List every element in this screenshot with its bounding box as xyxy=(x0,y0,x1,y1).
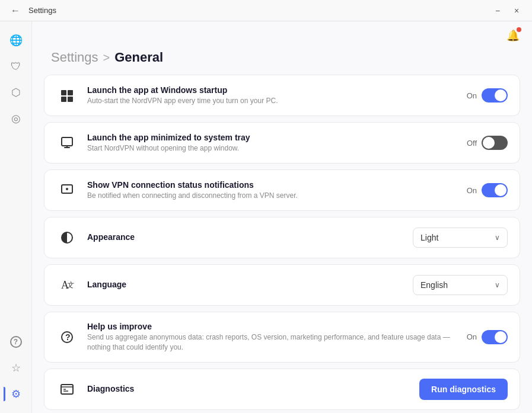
diagnostics-title: Diagnostics xyxy=(87,384,410,393)
improve-toggle-track xyxy=(482,330,508,344)
sidebar-item-settings[interactable]: ⚙ xyxy=(4,382,28,406)
language-icon: A 文 xyxy=(56,274,78,296)
sidebar: 🌐 🛡 ⬡ ◎ ? ☆ ⚙ xyxy=(0,21,32,413)
sidebar-item-help[interactable]: ? xyxy=(4,330,28,354)
breadcrumb-parent: Settings xyxy=(51,50,98,65)
setting-startup: Launch the app at Windows startup Auto-s… xyxy=(44,75,520,116)
setting-minimized: Launch the app minimized to system tray … xyxy=(44,122,520,164)
window-title: Settings xyxy=(28,6,56,15)
language-info: Language xyxy=(87,280,403,290)
minimized-toggle-track xyxy=(482,136,508,150)
title-bar: ← Settings − × xyxy=(0,0,532,21)
minimized-toggle[interactable] xyxy=(482,136,508,150)
close-button[interactable]: × xyxy=(508,2,525,19)
language-dropdown-value: English xyxy=(420,280,448,290)
startup-title: Launch the app at Windows startup xyxy=(87,85,457,95)
language-dropdown[interactable]: English ∨ xyxy=(413,275,508,295)
run-diagnostics-button[interactable]: Run diagnostics xyxy=(419,379,508,400)
gear-icon: ⚙ xyxy=(11,388,21,401)
appearance-control: Light ∨ xyxy=(413,228,508,248)
svg-rect-0 xyxy=(61,90,66,95)
svg-rect-14 xyxy=(61,385,73,394)
content-topbar: 🔔 xyxy=(32,21,532,50)
appearance-dropdown[interactable]: Light ∨ xyxy=(413,228,508,248)
minimized-info: Launch the app minimized to system tray … xyxy=(87,133,457,153)
content-area: 🔔 Settings > General xyxy=(32,21,532,413)
startup-info: Launch the app at Windows startup Auto-s… xyxy=(87,85,457,106)
setting-improve: ? Help us improve Send us aggregate anon… xyxy=(44,312,520,363)
chevron-down-icon-lang: ∨ xyxy=(495,281,500,289)
minimized-title: Launch the app minimized to system tray xyxy=(87,133,457,142)
notifications-toggle[interactable] xyxy=(482,183,508,197)
notifications-title: Show VPN connection status notifications xyxy=(87,180,457,190)
startup-control: On xyxy=(467,88,508,103)
notifications-info: Show VPN connection status notifications… xyxy=(87,180,457,201)
setting-diagnostics: Diagnostics Run diagnostics xyxy=(44,369,520,410)
svg-rect-1 xyxy=(68,90,73,95)
improve-control: On xyxy=(467,330,508,344)
improve-info: Help us improve Send us aggregate anonym… xyxy=(87,322,457,353)
minimized-desc: Start NordVPN without opening the app wi… xyxy=(87,143,457,153)
appearance-info: Appearance xyxy=(87,232,403,243)
svg-text:?: ? xyxy=(65,332,71,342)
svg-rect-3 xyxy=(68,97,73,102)
shield-icon: 🛡 xyxy=(11,60,21,73)
chevron-down-icon: ∨ xyxy=(495,233,500,242)
svg-text:文: 文 xyxy=(66,281,74,289)
diagnostics-control: Run diagnostics xyxy=(419,379,508,400)
language-control: English ∨ xyxy=(413,275,508,295)
globe-icon: 🌐 xyxy=(9,34,23,47)
notifications-desc: Be notified when connecting and disconne… xyxy=(87,191,457,201)
svg-rect-5 xyxy=(64,147,70,148)
improve-toggle-thumb xyxy=(495,331,506,343)
back-button[interactable]: ← xyxy=(7,2,24,19)
star-icon: ☆ xyxy=(11,361,21,374)
startup-toggle[interactable] xyxy=(482,88,508,103)
title-bar-left: ← Settings xyxy=(7,2,56,19)
improve-toggle-label: On xyxy=(467,332,477,341)
svg-rect-4 xyxy=(62,137,72,146)
sidebar-item-shield[interactable]: 🛡 xyxy=(4,55,28,78)
breadcrumb: Settings > General xyxy=(32,50,532,75)
breadcrumb-separator: > xyxy=(103,51,110,65)
startup-toggle-label: On xyxy=(467,91,477,100)
notifications-control: On xyxy=(467,183,508,197)
minimized-toggle-thumb xyxy=(483,137,495,149)
appearance-dropdown-value: Light xyxy=(420,233,438,242)
improve-title: Help us improve xyxy=(87,322,457,331)
help-icon: ? xyxy=(10,336,22,348)
startup-desc: Auto-start the NordVPN app every time yo… xyxy=(87,96,457,106)
app-body: 🌐 🛡 ⬡ ◎ ? ☆ ⚙ 🔔 S xyxy=(0,21,532,413)
svg-point-8 xyxy=(66,188,68,190)
startup-icon xyxy=(56,85,78,106)
mesh-icon: ⬡ xyxy=(11,86,21,99)
notifications-toggle-track xyxy=(482,183,508,197)
language-title: Language xyxy=(87,280,403,289)
improve-desc: Send us aggregate anonymous data: crash … xyxy=(87,332,457,353)
minimized-toggle-label: Off xyxy=(467,139,477,148)
notification-button[interactable]: 🔔 xyxy=(504,26,523,45)
sidebar-item-mesh[interactable]: ⬡ xyxy=(4,81,28,104)
sidebar-item-star[interactable]: ☆ xyxy=(4,356,28,380)
window-controls: − × xyxy=(489,2,525,19)
diagnostics-info: Diagnostics xyxy=(87,384,410,395)
notifications-toggle-thumb xyxy=(495,184,506,196)
diagnostics-icon xyxy=(56,379,78,400)
svg-rect-2 xyxy=(61,97,66,102)
minimized-icon xyxy=(56,132,78,153)
notifications-toggle-label: On xyxy=(467,186,477,195)
improve-icon: ? xyxy=(56,326,78,348)
setting-notifications: Show VPN connection status notifications… xyxy=(44,169,520,211)
settings-list: Launch the app at Windows startup Auto-s… xyxy=(32,75,532,413)
notifications-icon xyxy=(56,180,78,201)
sidebar-item-target[interactable]: ◎ xyxy=(4,107,28,130)
appearance-icon xyxy=(56,227,78,248)
setting-appearance: Appearance Light ∨ xyxy=(44,217,520,258)
notification-badge xyxy=(517,27,521,32)
minimize-button[interactable]: − xyxy=(489,2,506,19)
improve-toggle[interactable] xyxy=(482,330,508,344)
startup-toggle-track xyxy=(482,88,508,103)
sidebar-item-globe[interactable]: 🌐 xyxy=(4,28,28,52)
target-icon: ◎ xyxy=(11,112,21,125)
breadcrumb-current: General xyxy=(114,50,163,65)
